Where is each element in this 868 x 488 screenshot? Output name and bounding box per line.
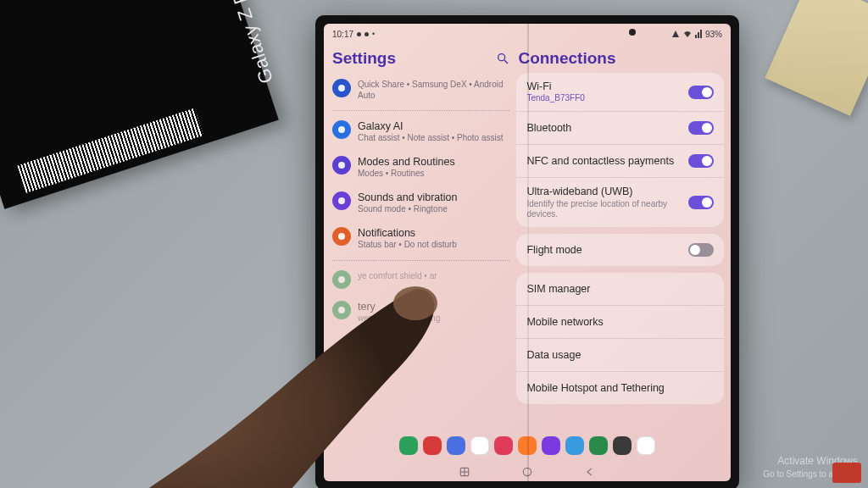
product-box: Galaxy Z Fold6 bbox=[0, 0, 279, 209]
recents-icon[interactable] bbox=[459, 466, 470, 478]
connection-subtitle: Tenda_B73FF0 bbox=[526, 93, 682, 103]
settings-item[interactable]: Galaxy AIChat assist • Note assist • Pho… bbox=[331, 114, 511, 150]
settings-item[interactable]: terywer saving • Charging bbox=[331, 295, 511, 330]
phone-device: 10:17 • 93% bbox=[315, 15, 739, 488]
connection-row[interactable]: Flight mode bbox=[516, 234, 724, 266]
settings-item-subtitle: Quick Share • Samsung DeX • Android Auto bbox=[358, 80, 509, 101]
connection-title: Wi-Fi bbox=[526, 80, 682, 92]
wifi-icon bbox=[683, 30, 692, 38]
status-dot-icon bbox=[364, 32, 369, 36]
settings-pane: Settings Quick Share • Samsung DeX • And… bbox=[331, 46, 511, 429]
settings-card: Wi-FiTenda_B73FF0BluetoothNFC and contac… bbox=[516, 73, 724, 227]
settings-item[interactable]: NotificationsStatus bar • Do not disturb bbox=[331, 221, 511, 257]
connection-title: Data usage bbox=[526, 349, 707, 361]
connection-text: SIM manager bbox=[526, 283, 714, 295]
connection-row[interactable]: Mobile Hotspot and Tethering bbox=[516, 371, 724, 404]
channel-badge bbox=[832, 463, 861, 483]
toggle-knob bbox=[702, 123, 712, 133]
settings-title: Settings bbox=[332, 49, 396, 68]
settings-card: SIM managerMobile networksData usageMobi… bbox=[516, 273, 724, 404]
scene-background: Galaxy Z Fold6 10:17 • bbox=[0, 0, 868, 488]
settings-item-title: tery bbox=[358, 301, 440, 313]
connection-row[interactable]: Wi-FiTenda_B73FF0 bbox=[516, 73, 724, 111]
svg-line-1 bbox=[504, 60, 508, 64]
connection-row[interactable]: Data usage bbox=[516, 338, 724, 371]
toggle-switch[interactable] bbox=[688, 154, 714, 168]
connection-row[interactable]: Ultra-wideband (UWB)Identify the precise… bbox=[516, 177, 724, 226]
settings-item-text: terywer saving • Charging bbox=[358, 301, 440, 324]
dock-app-10[interactable] bbox=[637, 436, 655, 455]
connection-title: Flight mode bbox=[526, 244, 682, 256]
settings-item-text: Galaxy AIChat assist • Note assist • Pho… bbox=[358, 120, 504, 144]
toggle-switch[interactable] bbox=[688, 121, 714, 135]
settings-item[interactable]: Sounds and vibrationSound mode • Rington… bbox=[331, 186, 511, 221]
toggle-switch[interactable] bbox=[688, 196, 714, 209]
signal-icon bbox=[695, 30, 702, 38]
home-icon[interactable] bbox=[521, 466, 533, 478]
status-more: • bbox=[372, 30, 375, 38]
back-icon[interactable] bbox=[584, 466, 596, 478]
dock-app-6[interactable] bbox=[542, 436, 560, 455]
status-left: 10:17 • bbox=[332, 30, 375, 39]
dock-app-7[interactable] bbox=[565, 436, 584, 455]
toggle-knob bbox=[702, 197, 712, 208]
screen: 10:17 • 93% bbox=[324, 24, 731, 481]
connections-pane: Connections Wi-FiTenda_B73FF0BluetoothNF… bbox=[516, 46, 724, 429]
notif-icon bbox=[332, 227, 351, 246]
divider bbox=[332, 110, 509, 111]
settings-item[interactable]: ye comfort shield • ar bbox=[331, 264, 511, 295]
dock-app-1[interactable] bbox=[423, 436, 442, 455]
toggle-switch[interactable] bbox=[688, 243, 714, 257]
settings-item-text: Modes and RoutinesModes • Routines bbox=[358, 156, 455, 180]
connection-row[interactable]: Mobile networks bbox=[516, 305, 724, 338]
settings-item-subtitle: Status bar • Do not disturb bbox=[358, 240, 457, 251]
dock-app-4[interactable] bbox=[494, 436, 513, 455]
connection-subtitle: Identify the precise location of nearby … bbox=[526, 199, 682, 219]
dock-app-8[interactable] bbox=[589, 436, 608, 455]
connection-row[interactable]: Bluetooth bbox=[516, 111, 724, 144]
split-panes: Settings Quick Share • Samsung DeX • And… bbox=[324, 42, 731, 430]
connection-row[interactable]: NFC and contactless payments bbox=[516, 144, 724, 177]
dock-app-0[interactable] bbox=[399, 436, 418, 455]
connection-title: NFC and contactless payments bbox=[526, 155, 682, 167]
settings-item[interactable]: Modes and RoutinesModes • Routines bbox=[331, 150, 511, 186]
svg-point-6 bbox=[338, 233, 345, 240]
svg-point-0 bbox=[498, 54, 505, 61]
display-icon bbox=[332, 270, 351, 289]
connection-title: Mobile networks bbox=[526, 316, 707, 328]
svg-point-7 bbox=[338, 276, 345, 283]
settings-item-title: Galaxy AI bbox=[358, 120, 504, 132]
connection-title: Mobile Hotspot and Tethering bbox=[526, 382, 707, 394]
settings-item-title: Sounds and vibration bbox=[358, 191, 457, 203]
connections-list: Wi-FiTenda_B73FF0BluetoothNFC and contac… bbox=[516, 73, 724, 429]
settings-item-subtitle: Modes • Routines bbox=[358, 169, 455, 180]
front-camera bbox=[629, 29, 636, 36]
toggle-knob bbox=[702, 156, 712, 166]
alarm-icon bbox=[671, 30, 680, 38]
settings-card: Flight mode bbox=[516, 234, 724, 266]
search-icon[interactable] bbox=[496, 52, 509, 65]
svg-point-4 bbox=[338, 162, 345, 169]
connection-text: Data usage bbox=[526, 349, 714, 361]
connection-title: Bluetooth bbox=[526, 122, 682, 134]
bezel: 10:17 • 93% bbox=[324, 24, 731, 481]
connection-title: Ultra-wideband (UWB) bbox=[526, 186, 682, 197]
settings-item[interactable]: Quick Share • Samsung DeX • Android Auto bbox=[331, 73, 511, 107]
toggle-switch[interactable] bbox=[688, 86, 714, 99]
dock-app-2[interactable] bbox=[447, 436, 465, 455]
svg-point-2 bbox=[338, 85, 345, 92]
dock-app-9[interactable] bbox=[613, 436, 632, 455]
clock: 10:17 bbox=[332, 30, 353, 39]
settings-item-subtitle: Sound mode • Ringtone bbox=[358, 204, 457, 215]
sound-icon bbox=[332, 191, 351, 210]
svg-point-5 bbox=[338, 197, 345, 204]
settings-list: Quick Share • Samsung DeX • Android Auto… bbox=[331, 73, 511, 330]
product-box-label: Galaxy Z Fold6 bbox=[216, 0, 278, 86]
dock-app-5[interactable] bbox=[518, 436, 537, 455]
connection-text: Bluetooth bbox=[526, 122, 688, 134]
dock-app-3[interactable] bbox=[470, 436, 489, 455]
divider bbox=[332, 260, 509, 261]
connection-row[interactable]: SIM manager bbox=[516, 273, 724, 305]
settings-item-text: NotificationsStatus bar • Do not disturb bbox=[358, 227, 457, 251]
settings-item-subtitle: ye comfort shield • ar bbox=[358, 271, 437, 282]
